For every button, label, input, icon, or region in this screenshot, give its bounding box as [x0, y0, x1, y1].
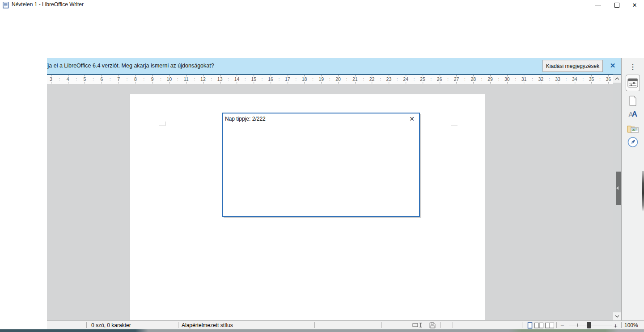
insert-mode-indicator[interactable]	[412, 322, 423, 328]
zoom-level[interactable]: 100%	[624, 322, 638, 328]
chevron-down-icon	[615, 315, 619, 318]
infobar-close-button[interactable]: ✕	[608, 61, 618, 71]
ruler-number: 28	[470, 76, 476, 82]
ruler-halftick: :	[447, 77, 449, 81]
dialog-close-button[interactable]: ✕	[407, 114, 416, 123]
desktop-edge	[0, 329, 644, 332]
ruler-number: 8	[134, 76, 137, 82]
gallery-icon	[627, 124, 639, 134]
ruler-number: 13	[217, 76, 223, 82]
book-view-icon	[545, 322, 555, 329]
view-book-button[interactable]	[545, 322, 555, 329]
ruler-number: 25	[420, 76, 425, 82]
ruler-number: 15	[251, 76, 256, 82]
minimize-icon	[595, 5, 601, 5]
page-style[interactable]: Alapértelmezett stílus	[182, 322, 233, 328]
ruler-halftick: :	[566, 77, 567, 81]
release-notes-button[interactable]: Kiadási megjegyzések	[542, 60, 603, 72]
ruler-number: 27	[454, 76, 459, 82]
ruler-number: 35	[589, 76, 594, 82]
ruler-halftick: :	[582, 77, 584, 81]
ruler-halftick: :	[312, 77, 314, 81]
window-edge-resize-handle[interactable]	[642, 171, 644, 211]
statusbar-separator	[86, 322, 87, 328]
ruler-number: 7	[117, 76, 120, 82]
text-boundary-corner-left	[159, 122, 165, 126]
ruler-number: 18	[302, 76, 307, 82]
dialog-title: Nap tippje: 2/222	[225, 116, 266, 122]
sidebar-tab-page[interactable]	[626, 94, 640, 108]
navigator-icon	[627, 136, 639, 148]
ruler-number: 17	[285, 76, 290, 82]
sidebar-tab-styles[interactable]: AA	[626, 107, 640, 122]
zoom-slider-handle[interactable]	[587, 322, 591, 328]
sidebar-tabbar: ⋮ AA	[622, 58, 644, 320]
insert-mode-icon	[412, 322, 423, 328]
ruler-number: 26	[437, 76, 442, 82]
ruler-number: 32	[538, 76, 543, 82]
statusbar-separator	[314, 322, 315, 328]
single-page-view-icon	[527, 322, 533, 329]
window-title: Névtelen 1 - LibreOffice Writer	[12, 1, 84, 8]
ruler-number: 19	[318, 76, 324, 82]
ruler-halftick: :	[127, 77, 128, 81]
minimize-button[interactable]	[592, 0, 604, 10]
application-window: Névtelen 1 - LibreOffice Writer ✕ íja el…	[0, 0, 644, 332]
ruler-number: 12	[200, 76, 206, 82]
maximize-icon	[614, 3, 619, 8]
page-icon	[628, 96, 637, 106]
text-boundary-corner-right	[451, 122, 458, 126]
scroll-down-button[interactable]	[613, 312, 621, 320]
ruler-halftick: :	[211, 77, 212, 81]
ruler-halftick: :	[532, 77, 533, 81]
sidebar-settings-button[interactable]: ⋮	[628, 62, 638, 71]
horizontal-ruler[interactable]: 3:4:5:6:7:8:9:10:11:12:13:14:15:16:17:18…	[47, 75, 613, 84]
scroll-up-button[interactable]	[613, 75, 621, 83]
view-single-page-button[interactable]	[527, 322, 533, 329]
maximize-button[interactable]	[611, 0, 623, 10]
status-bar: 0 szó, 0 karakter Alapértelmezett stílus	[47, 320, 644, 329]
ruler-halftick: :	[279, 77, 280, 81]
ruler-number: 10	[167, 76, 172, 82]
ruler-halftick: :	[194, 77, 195, 81]
kebab-menu-icon: ⋮	[629, 63, 636, 71]
collapse-left-icon	[616, 186, 619, 190]
ruler-number: 4	[67, 76, 69, 82]
ruler-halftick: :	[363, 77, 364, 81]
ruler-halftick: :	[177, 77, 178, 81]
ruler-halftick: :	[329, 77, 330, 81]
save-status[interactable]	[429, 322, 436, 328]
ruler-halftick: :	[228, 77, 229, 81]
zoom-in-button[interactable]: +	[614, 322, 618, 329]
ruler-halftick: :	[481, 77, 483, 81]
statusbar-separator	[556, 322, 557, 328]
view-multi-page-button[interactable]	[534, 322, 544, 329]
ruler-number: 6	[100, 76, 103, 82]
ruler-halftick: :	[380, 77, 381, 81]
sidebar-tab-navigator[interactable]	[626, 135, 640, 149]
ruler-number: 3	[50, 76, 52, 82]
ruler-number: 21	[352, 76, 358, 82]
statusbar-separator	[381, 322, 381, 328]
ruler-halftick: :	[346, 77, 347, 81]
zoom-out-button[interactable]: −	[560, 322, 564, 329]
zoom-slider-tick	[577, 324, 578, 327]
ruler-number: 22	[369, 76, 375, 82]
vertical-scrollbar[interactable]	[613, 75, 621, 320]
ruler-halftick: :	[245, 77, 246, 81]
scrollbar-thumb-grip[interactable]	[616, 172, 621, 205]
ruler-number: 5	[84, 76, 86, 82]
ruler-halftick: :	[76, 77, 77, 81]
sidebar-tab-gallery[interactable]	[626, 122, 640, 136]
ruler-number: 33	[555, 76, 560, 82]
ruler-halftick: :	[295, 77, 297, 81]
statusbar-separator	[178, 322, 178, 328]
ruler-halftick: :	[143, 77, 144, 81]
word-count[interactable]: 0 szó, 0 karakter	[91, 322, 131, 328]
ruler-halftick: :	[110, 77, 111, 81]
close-window-button[interactable]: ✕	[629, 0, 640, 10]
sidebar-tab-properties[interactable]	[626, 75, 640, 91]
properties-icon	[627, 78, 638, 88]
ruler-halftick: :	[599, 77, 601, 81]
ruler-number: 16	[268, 76, 273, 82]
